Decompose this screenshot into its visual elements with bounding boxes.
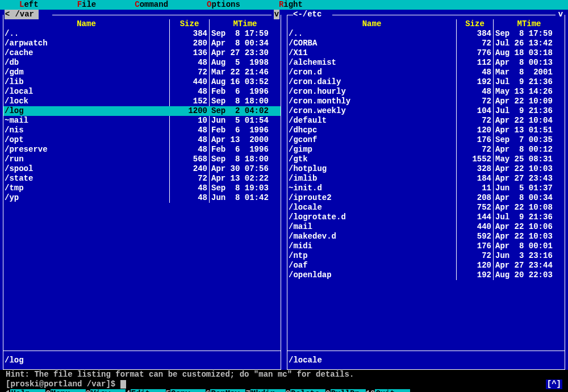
table-row[interactable]: /lib440Aug 16 03:52 (3, 77, 281, 87)
file-mtime: Aug 16 03:52 (210, 77, 281, 87)
file-size: 384 (457, 29, 494, 39)
menu-options[interactable]: Options (204, 0, 243, 10)
table-row[interactable]: /spool240Apr 30 07:56 (3, 164, 281, 174)
table-row[interactable]: /run568Sep 8 18:00 (3, 155, 281, 164)
table-row[interactable]: /..384Sep 8 17:59 (287, 29, 565, 39)
file-size: 48 (170, 58, 210, 68)
menu-left[interactable]: Left (17, 0, 41, 10)
table-row[interactable]: /locale752Apr 22 10:08 (287, 203, 565, 212)
shell-prompt[interactable]: [proski@portland /var]$ (6, 380, 126, 389)
scroll-left-icon[interactable]: < (5, 10, 10, 19)
table-row[interactable]: /db48Aug 5 1998 (3, 58, 281, 68)
fkey-renmov[interactable]: 6RenMov (206, 389, 245, 392)
right-panel-path[interactable]: <-/etc (293, 10, 321, 19)
file-size: 72 (457, 39, 494, 48)
fkey-pulldn[interactable]: 9PullDn (325, 389, 365, 392)
table-row[interactable]: /lock152Sep 8 18:00 (3, 97, 281, 106)
file-size: 112 (457, 58, 494, 68)
table-row[interactable]: /gconf176Sep 7 00:35 (287, 135, 565, 145)
table-row[interactable]: /logrotate.d144Jul 9 21:36 (287, 212, 565, 222)
table-row[interactable]: /cron.d48Mar 8 2001 (287, 68, 565, 77)
table-row[interactable]: /log1200Sep 2 04:02 (3, 106, 281, 116)
left-panel-path[interactable]: /var (10, 10, 39, 19)
header-name[interactable]: Name (287, 19, 457, 29)
table-row[interactable]: /preserve48Feb 6 1996 (3, 145, 281, 155)
table-row[interactable]: /CORBA72Jul 26 13:42 (287, 39, 565, 48)
table-row[interactable]: /cache136Apr 27 23:30 (3, 48, 281, 58)
table-row[interactable]: /openldap192Aug 20 22:03 (287, 270, 565, 280)
header-size[interactable]: Size (457, 19, 494, 29)
table-row[interactable]: /dhcpc120Apr 13 01:51 (287, 126, 565, 135)
header-size[interactable]: Size (170, 19, 210, 29)
file-size: 48 (170, 135, 210, 145)
fkey-edit[interactable]: 4Edit (126, 389, 165, 392)
table-row[interactable]: /hotplug328Apr 22 10:03 (287, 164, 565, 174)
fkey-help[interactable]: 1Help (6, 389, 45, 392)
table-row[interactable]: /imlib184Apr 27 23:43 (287, 174, 565, 184)
table-row[interactable]: /alchemist112Apr 8 00:13 (287, 58, 565, 68)
right-file-list[interactable]: /..384Sep 8 17:59/CORBA72Jul 26 13:42/X1… (287, 29, 565, 349)
table-row[interactable]: /opt48Apr 13 2000 (3, 135, 281, 145)
file-size: 48 (170, 193, 210, 203)
file-name: /gdm (3, 68, 170, 77)
file-name: /cron.hourly (287, 87, 457, 97)
fkey-menu[interactable]: 2Menu (45, 389, 85, 392)
scroll-right-icon[interactable]: v (558, 10, 563, 19)
table-row[interactable]: ~init.d11Jun 5 01:37 (287, 184, 565, 193)
header-mtime[interactable]: MTime (494, 19, 565, 29)
file-name: /gtk (287, 155, 457, 164)
function-key-bar: 1Help 2Menu 3View 4Edit 5Copy 6RenMov7Mk… (0, 389, 568, 392)
menu-command[interactable]: Command (132, 0, 170, 10)
table-row[interactable]: /cron.weekly104Jul 9 21:36 (287, 106, 565, 116)
fkey-quit[interactable]: 10Quit (366, 389, 411, 392)
file-name: /lock (3, 97, 170, 106)
table-row[interactable]: /gimp72Apr 8 00:12 (287, 145, 565, 155)
table-row[interactable]: /nis48Feb 6 1996 (3, 126, 281, 135)
table-row[interactable]: /iproute2208Apr 8 00:34 (287, 193, 565, 203)
header-mtime[interactable]: MTime (210, 19, 281, 29)
fkey-view[interactable]: 3View (86, 389, 126, 392)
table-row[interactable]: /ntp72Jun 3 23:16 (287, 251, 565, 261)
left-panel[interactable]: < /var v Name Size MTime /..384Sep 8 17:… (0, 10, 284, 370)
file-mtime: Feb 6 1996 (210, 126, 281, 135)
table-row[interactable]: /local48Feb 6 1996 (3, 87, 281, 97)
file-name: /.. (287, 29, 457, 39)
table-row[interactable]: /mail440Apr 22 10:06 (287, 222, 565, 232)
table-row[interactable]: /default72Apr 22 10:04 (287, 116, 565, 126)
table-row[interactable]: /tmp48Sep 8 19:03 (3, 184, 281, 193)
table-row[interactable]: /cron.daily192Jul 9 21:36 (287, 77, 565, 87)
file-mtime: Aug 5 1998 (210, 58, 281, 68)
fkey-copy[interactable]: 5Copy (166, 389, 206, 392)
file-size: 72 (457, 116, 494, 126)
table-row[interactable]: /cron.monthly72Apr 22 10:09 (287, 97, 565, 106)
table-row[interactable]: /cron.hourly48May 13 14:26 (287, 87, 565, 97)
right-panel[interactable]: <-/etc v Name Size MTime /..384Sep 8 17:… (284, 10, 568, 370)
left-headers: Name Size MTime (3, 19, 281, 29)
left-file-list[interactable]: /..384Sep 8 17:59/arpwatch280Apr 8 00:34… (3, 29, 281, 349)
file-mtime: May 13 14:26 (494, 87, 565, 97)
table-row[interactable]: /yp48Jun 8 01:42 (3, 193, 281, 203)
file-mtime: Jul 26 13:42 (494, 39, 565, 48)
file-size: 48 (170, 126, 210, 135)
file-size: 776 (457, 48, 494, 58)
table-row[interactable]: /gtk1552May 25 08:31 (287, 155, 565, 164)
scroll-right-icon[interactable]: v (274, 10, 279, 19)
fkey-delete[interactable]: 8Delete (286, 389, 325, 392)
left-status: /log (3, 351, 281, 370)
file-size: 1200 (170, 106, 210, 116)
menu-right[interactable]: Right (277, 0, 305, 10)
fkey-mkdir[interactable]: 7Mkdir (245, 389, 285, 392)
menu-file[interactable]: File (75, 0, 99, 10)
fkey-number: 6 (206, 389, 210, 392)
table-row[interactable]: ~mail10Jun 5 01:54 (3, 116, 281, 126)
file-mtime: Sep 8 18:00 (210, 97, 281, 106)
table-row[interactable]: /midi176Apr 8 00:01 (287, 241, 565, 251)
table-row[interactable]: /arpwatch280Apr 8 00:34 (3, 39, 281, 48)
table-row[interactable]: /gdm72Mar 22 21:46 (3, 68, 281, 77)
table-row[interactable]: /makedev.d592Apr 22 10:03 (287, 232, 565, 241)
header-name[interactable]: Name (3, 19, 170, 29)
table-row[interactable]: /X11776Aug 18 03:18 (287, 48, 565, 58)
table-row[interactable]: /..384Sep 8 17:59 (3, 29, 281, 39)
table-row[interactable]: /oaf120Apr 27 23:44 (287, 261, 565, 270)
table-row[interactable]: /state72Apr 13 02:22 (3, 174, 281, 184)
